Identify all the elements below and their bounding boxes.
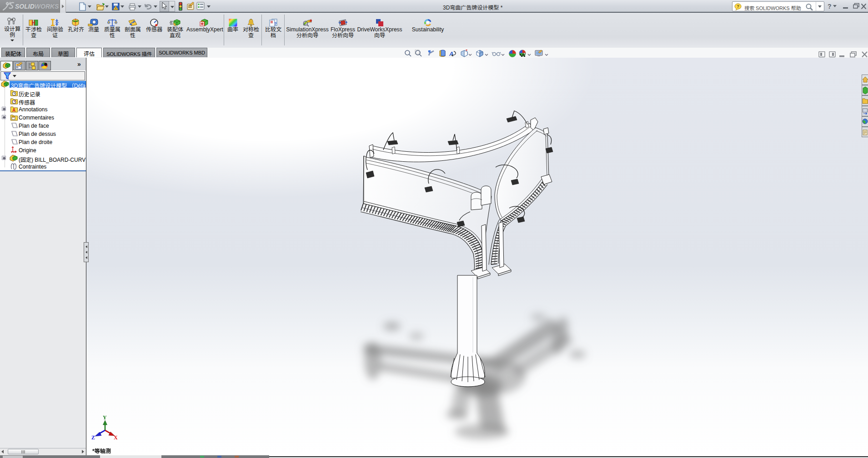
svg-text:?: ? <box>737 4 739 9</box>
svg-text:?: ? <box>274 21 277 26</box>
svg-text:*等轴测: *等轴测 <box>92 448 111 454</box>
svg-text:?: ? <box>828 3 832 10</box>
svg-text:Z: Z <box>91 434 95 441</box>
svg-text:SOLIDWORKS: SOLIDWORKS <box>15 3 59 10</box>
svg-text:Y: Y <box>103 414 107 421</box>
svg-text:A: A <box>12 108 15 113</box>
svg-text:X: X <box>114 434 118 441</box>
